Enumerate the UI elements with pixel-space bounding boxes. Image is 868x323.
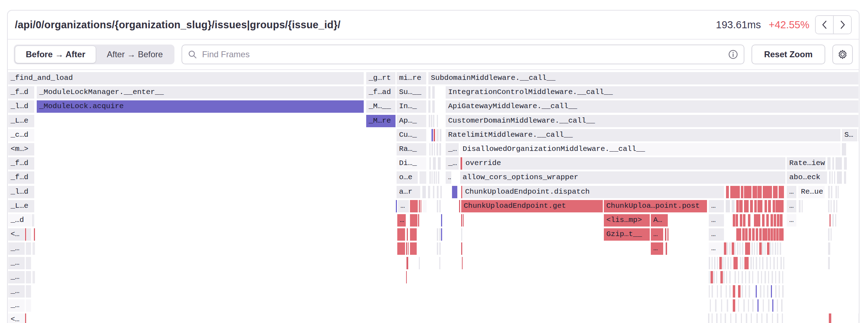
flame-frame[interactable]: … <box>709 242 724 255</box>
flame-frame-sliver[interactable] <box>767 285 768 298</box>
flame-frame-sliver[interactable] <box>754 242 755 255</box>
flame-frame[interactable]: _f…d <box>8 157 34 170</box>
flame-frame-sliver[interactable] <box>432 100 435 113</box>
flame-frame[interactable]: IntegrationControlMiddleware.__call__ <box>446 86 858 99</box>
flame-frame-sliver[interactable] <box>771 214 773 227</box>
flame-frame[interactable]: <… <box>8 313 25 323</box>
flame-frame[interactable]: _… <box>8 285 25 298</box>
flame-frame-sliver[interactable] <box>437 115 438 127</box>
flame-frame-sliver[interactable] <box>745 285 746 298</box>
flame-frame-sliver[interactable] <box>746 186 751 198</box>
flame-frame-sliver[interactable] <box>842 143 846 155</box>
flame-frame-sliver[interactable] <box>436 129 439 141</box>
flame-frame-sliver[interactable] <box>858 313 860 323</box>
flame-frame-sliver[interactable] <box>743 299 745 312</box>
flame-frame-sliver[interactable] <box>777 242 778 255</box>
flame-frame-sliver[interactable] <box>748 299 749 312</box>
flame-frame-sliver[interactable] <box>780 200 784 212</box>
flame-frame-sliver[interactable] <box>757 186 762 198</box>
flame-frame-sliver[interactable] <box>726 186 729 198</box>
flame-frame-sliver[interactable] <box>428 86 430 99</box>
flame-frame-sliver[interactable] <box>742 271 743 283</box>
flame-frame-sliver[interactable] <box>441 228 442 241</box>
flame-frame[interactable]: Di…_ <box>397 157 426 170</box>
flame-frame[interactable]: _… <box>446 143 459 155</box>
flame-frame[interactable]: _… <box>8 242 25 255</box>
flamegraph-canvas[interactable]: _find_and_load_g…rtmi…reSubdomainMiddlew… <box>0 0 868 323</box>
flame-frame-sliver[interactable] <box>736 200 739 212</box>
flame-frame-sliver[interactable] <box>774 214 776 227</box>
flame-frame[interactable]: ChunkUploadEndpoint.get <box>461 200 603 212</box>
flame-frame-sliver[interactable] <box>410 200 418 212</box>
flame-frame-sliver[interactable] <box>770 257 771 269</box>
flame-frame-sliver[interactable] <box>763 299 764 312</box>
flame-frame[interactable]: … <box>651 228 663 241</box>
flame-frame-sliver[interactable] <box>762 242 763 255</box>
flame-frame-sliver[interactable] <box>770 242 771 255</box>
flame-frame-sliver[interactable] <box>757 271 759 283</box>
flame-frame-sliver[interactable] <box>434 171 435 184</box>
flame-frame[interactable]: Cu…_ <box>397 129 426 141</box>
flame-frame[interactable]: CustomerDomainMiddleware.__call__ <box>446 115 858 127</box>
flame-frame-sliver[interactable] <box>667 228 668 241</box>
flame-frame-sliver[interactable] <box>714 257 715 269</box>
flame-frame-sliver[interactable] <box>429 115 430 127</box>
flame-frame-sliver[interactable] <box>765 228 767 241</box>
flame-frame-sliver[interactable] <box>460 157 462 170</box>
flame-frame-sliver[interactable] <box>26 257 31 269</box>
flame-frame[interactable]: … <box>446 171 451 184</box>
flame-frame-sliver[interactable] <box>781 228 784 241</box>
flame-frame-sliver[interactable] <box>844 171 846 184</box>
flame-frame-sliver[interactable] <box>751 242 753 255</box>
flame-frame-sliver[interactable] <box>407 228 408 241</box>
flame-frame-sliver[interactable] <box>26 228 31 241</box>
flame-frame-sliver[interactable] <box>738 285 741 298</box>
flame-frame-sliver[interactable] <box>716 313 718 323</box>
flame-frame-sliver[interactable] <box>406 257 408 269</box>
flame-frame[interactable]: _… <box>8 271 25 283</box>
flame-frame[interactable]: … <box>787 200 796 212</box>
flame-frame-sliver[interactable] <box>828 200 830 212</box>
flame-frame-sliver[interactable] <box>732 200 735 212</box>
flame-frame-sliver[interactable] <box>757 200 762 212</box>
flame-frame-sliver[interactable] <box>726 285 727 298</box>
flame-frame[interactable]: _L…e <box>8 115 34 127</box>
flame-frame-sliver[interactable] <box>831 200 832 212</box>
flame-frame-sliver[interactable] <box>433 115 434 127</box>
flame-frame-sliver[interactable] <box>766 214 769 227</box>
flame-frame-sliver[interactable] <box>767 242 769 255</box>
flame-frame-sliver[interactable] <box>428 186 430 198</box>
flame-frame[interactable]: … <box>651 242 663 255</box>
flame-frame-sliver[interactable] <box>730 257 731 269</box>
flame-frame-sliver[interactable] <box>32 214 34 227</box>
flame-frame-sliver[interactable] <box>440 186 442 198</box>
flame-frame-sliver[interactable] <box>762 257 763 269</box>
flame-frame[interactable]: … <box>398 200 409 212</box>
flame-frame-sliver[interactable] <box>742 285 743 298</box>
flame-frame-sliver[interactable] <box>759 228 762 241</box>
flame-frame-sliver[interactable] <box>419 200 420 212</box>
flame-frame[interactable]: … <box>787 214 796 227</box>
flame-frame-sliver[interactable] <box>781 299 783 312</box>
flame-frame-sliver[interactable] <box>26 299 31 312</box>
flame-frame-sliver[interactable] <box>428 100 430 113</box>
flame-frame-sliver[interactable] <box>756 257 757 269</box>
flame-frame-sliver[interactable] <box>780 257 782 269</box>
flame-frame[interactable]: _M…__ <box>366 100 396 113</box>
flame-frame-sliver[interactable] <box>775 200 778 212</box>
flame-frame-sliver[interactable] <box>26 285 31 298</box>
flame-frame-sliver[interactable] <box>828 186 830 198</box>
flame-frame-sliver[interactable] <box>410 214 417 227</box>
flame-frame-sliver[interactable] <box>750 257 752 269</box>
flame-frame[interactable]: … <box>709 228 724 241</box>
flame-frame[interactable]: ChunkUploa…point.post <box>604 200 707 212</box>
flame-frame-sliver[interactable] <box>462 257 463 269</box>
flame-frame-sliver[interactable] <box>782 285 784 298</box>
flame-frame[interactable]: … <box>709 200 724 212</box>
flame-frame-sliver[interactable] <box>799 200 801 212</box>
flame-frame-sliver[interactable] <box>772 299 773 312</box>
flame-frame-sliver[interactable] <box>736 214 738 227</box>
flame-frame[interactable]: _M…re <box>366 115 396 127</box>
flame-frame[interactable]: ChunkUploadEndpoint.dispatch <box>463 186 724 198</box>
flame-frame-sliver[interactable] <box>739 242 741 255</box>
